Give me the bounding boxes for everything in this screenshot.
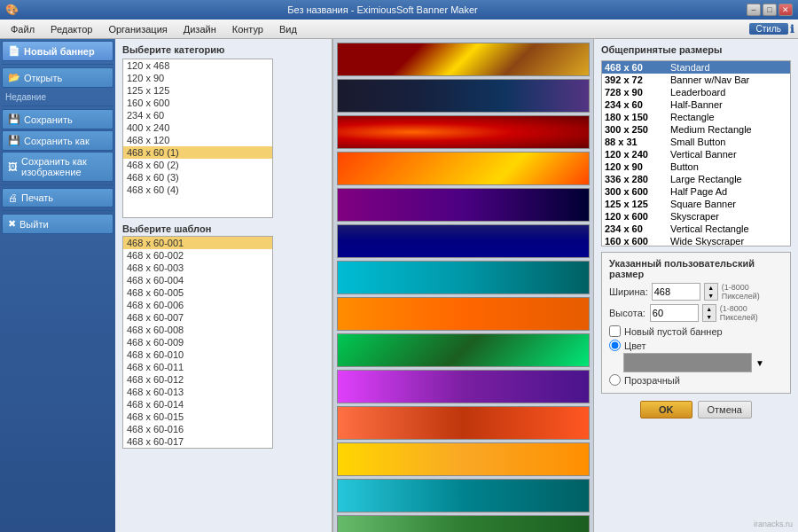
save-as-button[interactable]: 💾 Сохранить как xyxy=(2,130,113,151)
category-item[interactable]: 400 x 240 xyxy=(123,121,272,134)
size-row[interactable]: 234 x 60Vertical Rectangle xyxy=(602,223,790,235)
new-empty-checkbox[interactable] xyxy=(609,325,621,337)
template-item[interactable]: 468 x 60-004 xyxy=(123,274,272,286)
size-row[interactable]: 728 x 90Leaderboard xyxy=(602,86,790,98)
category-item[interactable]: 468 x 60 (4) xyxy=(123,184,272,196)
preview-banner[interactable] xyxy=(337,479,590,512)
menu-design[interactable]: Дизайн xyxy=(176,22,223,36)
category-item[interactable]: 468 x 120 xyxy=(123,134,272,146)
standard-sizes-list[interactable]: 468 x 60Standard392 x 72Banner w/Nav Bar… xyxy=(601,60,791,246)
size-row[interactable]: 180 x 150Rectangle xyxy=(602,111,790,123)
width-spinner[interactable]: ▲ ▼ xyxy=(704,283,718,301)
sidebar: 📄 Новый баннер 📂 Открыть Недавние 💾 Сохр… xyxy=(0,39,115,532)
preview-banner[interactable] xyxy=(337,370,590,403)
template-item[interactable]: 468 x 60-003 xyxy=(123,262,272,274)
preview-banner[interactable] xyxy=(337,261,590,294)
category-item[interactable]: 125 x 125 xyxy=(123,84,272,97)
template-item[interactable]: 468 x 60-009 xyxy=(123,336,272,348)
template-item[interactable]: 468 x 60-016 xyxy=(123,423,272,435)
preview-banner[interactable] xyxy=(337,115,590,149)
category-item[interactable]: 468 x 60 (3) xyxy=(123,171,272,184)
template-item[interactable]: 468 x 60-007 xyxy=(123,311,272,324)
preview-banner[interactable] xyxy=(337,43,590,76)
width-input[interactable] xyxy=(652,283,700,301)
open-button[interactable]: 📂 Открыть xyxy=(2,67,113,88)
menu-file[interactable]: Файл xyxy=(4,22,42,36)
preview-banner[interactable] xyxy=(337,333,590,367)
template-item[interactable]: 468 x 60-018 xyxy=(123,448,272,449)
height-spinner[interactable]: ▲ ▼ xyxy=(702,304,716,322)
save-button[interactable]: 💾 Сохранить xyxy=(2,109,113,129)
height-input[interactable] xyxy=(650,304,699,322)
size-row[interactable]: 120 x 240Vertical Banner xyxy=(602,148,790,160)
save-image-button[interactable]: 🖼 Сохранить как изображение xyxy=(2,152,113,182)
menu-view[interactable]: Вид xyxy=(272,22,304,36)
category-item[interactable]: 160 x 600 xyxy=(123,97,272,109)
template-item[interactable]: 468 x 60-017 xyxy=(123,435,272,448)
transparent-radio[interactable] xyxy=(609,374,621,386)
maximize-button[interactable]: □ xyxy=(763,4,777,16)
size-name: Leaderboard xyxy=(670,87,725,98)
template-item[interactable]: 468 x 60-002 xyxy=(123,249,272,262)
template-item[interactable]: 468 x 60-005 xyxy=(123,286,272,299)
height-row: Высота: ▲ ▼ (1-8000 Пикселей) xyxy=(609,304,783,322)
close-button[interactable]: ✕ xyxy=(778,4,793,16)
recent-label: Недавние xyxy=(2,89,113,103)
height-down[interactable]: ▼ xyxy=(703,313,716,321)
template-item[interactable]: 468 x 60-013 xyxy=(123,386,272,398)
new-banner-button[interactable]: 📄 Новый баннер xyxy=(2,41,113,61)
template-item[interactable]: 468 x 60-014 xyxy=(123,398,272,411)
size-code: 160 x 600 xyxy=(605,236,665,246)
preview-banner[interactable] xyxy=(337,442,590,476)
template-item[interactable]: 468 x 60-011 xyxy=(123,361,272,373)
category-item[interactable]: 468 x 60 (2) xyxy=(123,159,272,171)
category-list[interactable]: 120 x 468120 x 90125 x 125160 x 600234 x… xyxy=(122,59,273,218)
menu-contour[interactable]: Контур xyxy=(225,22,270,36)
category-item[interactable]: 120 x 468 xyxy=(123,59,272,72)
preview-banner[interactable] xyxy=(337,79,590,113)
preview-banner[interactable] xyxy=(337,152,590,185)
size-row[interactable]: 336 x 280Large Rectangle xyxy=(602,173,790,185)
width-down[interactable]: ▼ xyxy=(705,292,717,300)
preview-banner[interactable] xyxy=(337,224,590,258)
color-radio[interactable] xyxy=(609,340,621,351)
minimize-button[interactable]: – xyxy=(747,4,761,16)
height-up[interactable]: ▲ xyxy=(703,305,716,313)
ok-button[interactable]: OK xyxy=(640,401,692,419)
size-row[interactable]: 88 x 31Small Button xyxy=(602,136,790,148)
template-item[interactable]: 468 x 60-015 xyxy=(123,411,272,423)
size-code: 336 x 280 xyxy=(605,174,665,184)
size-row[interactable]: 392 x 72Banner w/Nav Bar xyxy=(602,74,790,86)
template-item[interactable]: 468 x 60-006 xyxy=(123,299,272,311)
size-row[interactable]: 300 x 250Medium Rectangle xyxy=(602,123,790,136)
category-item[interactable]: 468 x 60 (1) xyxy=(123,146,272,159)
template-item[interactable]: 468 x 60-008 xyxy=(123,324,272,336)
preview-banner[interactable] xyxy=(337,297,590,331)
preview-banner[interactable] xyxy=(337,406,590,440)
preview-banner[interactable] xyxy=(337,188,590,222)
cancel-button[interactable]: Отмена xyxy=(698,401,752,419)
category-item[interactable]: 120 x 90 xyxy=(123,72,272,84)
menu-org[interactable]: Организация xyxy=(101,22,174,36)
menu-editor[interactable]: Редактор xyxy=(43,22,99,36)
size-row[interactable]: 468 x 60Standard xyxy=(602,61,790,74)
color-dropdown-arrow[interactable]: ▼ xyxy=(755,358,764,368)
category-item[interactable]: 234 x 60 xyxy=(123,109,272,121)
size-name: Medium Rectangle xyxy=(670,124,752,135)
size-row[interactable]: 300 x 600Half Page Ad xyxy=(602,185,790,198)
preview-banner[interactable] xyxy=(337,515,590,532)
size-row[interactable]: 120 x 90Button xyxy=(602,160,790,173)
size-name: Large Rectangle xyxy=(670,174,742,184)
template-list[interactable]: 468 x 60-001468 x 60-002468 x 60-003468 … xyxy=(122,236,273,449)
width-up[interactable]: ▲ xyxy=(705,284,717,292)
size-row[interactable]: 234 x 60Half-Banner xyxy=(602,98,790,111)
print-button[interactable]: 🖨 Печать xyxy=(2,188,113,207)
size-row[interactable]: 120 x 600Skyscraper xyxy=(602,210,790,223)
template-item[interactable]: 468 x 60-010 xyxy=(123,348,272,361)
template-item[interactable]: 468 x 60-001 xyxy=(123,237,272,249)
size-row[interactable]: 125 x 125Square Banner xyxy=(602,198,790,210)
size-row[interactable]: 160 x 600Wide Skyscraper xyxy=(602,235,790,246)
template-item[interactable]: 468 x 60-012 xyxy=(123,373,272,386)
exit-button[interactable]: ✖ Выйти xyxy=(2,214,113,234)
color-box[interactable] xyxy=(623,353,752,372)
